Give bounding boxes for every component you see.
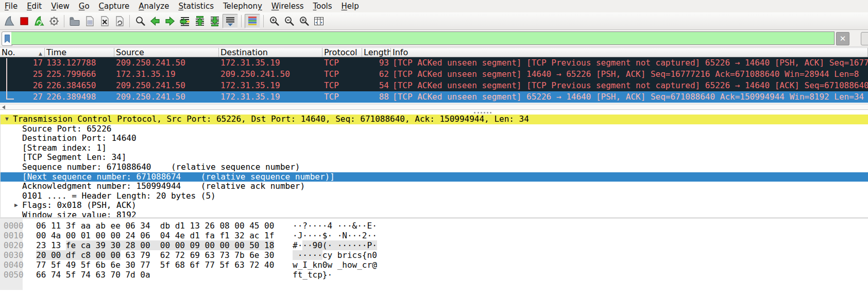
hex-row-0010[interactable]: 001000 4a 00 01 00 00 24 06 04 4e d1 fa … xyxy=(0,231,868,240)
wireshark-window: FileEditViewGoCaptureAnalyzeStatisticsTe… xyxy=(0,0,868,292)
stop-capture-button[interactable] xyxy=(17,14,31,28)
menu-file[interactable]: File xyxy=(0,0,22,12)
next-packet-button[interactable] xyxy=(163,14,177,28)
menu-bar: FileEditViewGoCaptureAnalyzeStatisticsTe… xyxy=(0,0,868,12)
detail-row-10[interactable]: Window size value: 8192 xyxy=(1,210,868,217)
filter-bookmark-button[interactable] xyxy=(2,31,12,46)
restart-capture-button[interactable] xyxy=(32,14,46,28)
detail-row-2[interactable]: Destination Port: 14640 xyxy=(1,134,868,143)
wireshark-fin-button[interactable] xyxy=(2,14,16,28)
open-file-button[interactable] xyxy=(67,14,81,28)
close-file-button[interactable] xyxy=(97,14,111,28)
hex-ascii: #···90(· ······P· xyxy=(293,240,377,250)
hex-row-0040[interactable]: 004077 5f 49 5f 6b 6e 30 77 5f 68 6f 77 … xyxy=(0,260,868,270)
detail-row-9[interactable]: ▶Flags: 0x018 (PSH, ACK) xyxy=(1,201,868,210)
hex-ascii: w_I_kn0w _how_cr@ xyxy=(293,260,377,270)
expander-closed-icon[interactable]: ▶ xyxy=(14,201,18,210)
detail-text: Sequence number: 671088640 (relative seq… xyxy=(1,163,300,172)
cell-length: 62 xyxy=(362,69,391,80)
detail-row-3[interactable]: [Stream index: 1] xyxy=(1,143,868,153)
expander-open-icon[interactable]: ▼ xyxy=(5,115,9,124)
detail-row-4[interactable]: [TCP Segment Len: 34] xyxy=(1,153,868,163)
restart-capture-icon xyxy=(33,15,45,27)
menu-telephony[interactable]: Telephony xyxy=(218,0,267,12)
previous-packet-button[interactable] xyxy=(148,14,162,28)
close-file-icon xyxy=(98,15,111,27)
detail-text: Transmission Control Protocol, Src Port:… xyxy=(1,115,529,124)
capture-options-button[interactable] xyxy=(47,14,61,28)
column-header-source[interactable]: Source xyxy=(114,48,219,57)
pane-splitter[interactable] xyxy=(0,110,868,115)
detail-row-8[interactable]: 0101 .... = Header Length: 20 bytes (5) xyxy=(1,191,868,201)
column-label: Length xyxy=(364,48,391,57)
find-packet-button[interactable] xyxy=(133,14,147,28)
zoom-in-button[interactable] xyxy=(267,14,281,28)
hex-row-0020[interactable]: 002023 13 fe ca 39 30 28 00 00 00 09 00 … xyxy=(0,240,868,250)
column-header-no[interactable]: No.▲ xyxy=(0,48,45,57)
cell-time: 226.384650 xyxy=(45,80,114,91)
hex-row-0050[interactable]: 005066 74 5f 74 63 70 7d 0aft_tcp}· xyxy=(0,270,868,280)
colorize-button[interactable] xyxy=(245,14,260,28)
menu-help[interactable]: Help xyxy=(337,0,364,12)
zoom-original-icon xyxy=(298,15,310,27)
goto-packet-icon xyxy=(179,15,191,27)
packet-list-horizontal-scrollbar[interactable] xyxy=(0,104,868,110)
menu-go[interactable]: Go xyxy=(74,0,94,12)
resize-columns-button[interactable] xyxy=(312,14,326,28)
packet-row-26[interactable]: 26226.384650209.250.241.50172.31.35.19TC… xyxy=(0,80,868,91)
hex-row-0000[interactable]: 000006 11 3f aa ab ee 06 34 db d1 13 26 … xyxy=(0,218,868,231)
hex-row-0030[interactable]: 003020 00 df c8 00 00 63 79 62 72 69 63 … xyxy=(0,250,868,260)
last-packet-icon xyxy=(209,15,221,27)
detail-row-0[interactable]: ▼Transmission Control Protocol, Src Port… xyxy=(1,115,868,124)
display-filter-input[interactable]: ip.addr == 209.250.241.50 xyxy=(11,31,835,45)
filter-apply-button[interactable] xyxy=(861,32,868,45)
last-packet-button[interactable] xyxy=(208,14,222,28)
cell-protocol: TCP xyxy=(322,57,362,69)
detail-row-7[interactable]: Acknowledgment number: 150994944 (relati… xyxy=(1,182,868,191)
reload-file-icon xyxy=(113,15,126,27)
cell-no: 25 xyxy=(0,69,45,80)
zoom-out-icon xyxy=(283,15,295,27)
cell-source: 209.250.241.50 xyxy=(114,80,219,91)
detail-text: [TCP Segment Len: 34] xyxy=(1,153,126,163)
detail-row-1[interactable]: Source Port: 65226 xyxy=(1,124,868,134)
wireshark-fin-icon xyxy=(3,15,15,27)
cell-info: [TCP ACKed unseen segment] [TCP Previous… xyxy=(391,57,868,69)
column-header-destination[interactable]: Destination xyxy=(219,48,322,57)
menu-edit[interactable]: Edit xyxy=(22,0,46,12)
column-header-info[interactable]: Info xyxy=(391,48,868,57)
menu-statistics[interactable]: Statistics xyxy=(174,0,218,12)
next-packet-icon xyxy=(164,15,176,27)
cell-destination: 172.31.35.19 xyxy=(219,91,322,103)
menu-analyze[interactable]: Analyze xyxy=(134,0,174,12)
reload-file-button[interactable] xyxy=(112,14,126,28)
detail-text: 0101 .... = Header Length: 20 bytes (5) xyxy=(1,191,216,201)
cell-time: 225.799666 xyxy=(45,69,114,80)
column-header-length[interactable]: Length xyxy=(362,48,391,57)
packet-row-25[interactable]: 25225.799666172.31.35.19209.250.241.50TC… xyxy=(0,69,868,80)
menu-capture[interactable]: Capture xyxy=(94,0,134,12)
autoscroll-button[interactable] xyxy=(223,14,238,28)
toolbar-separator xyxy=(263,15,264,27)
scrollbar-left-arrow-icon[interactable] xyxy=(2,105,5,109)
menu-wireless[interactable]: Wireless xyxy=(267,0,309,12)
save-file-button[interactable] xyxy=(82,14,96,28)
packet-row-17[interactable]: 17133.127788209.250.241.50172.31.35.19TC… xyxy=(0,57,868,69)
column-header-protocol[interactable]: Protocol xyxy=(322,48,362,57)
menu-tools[interactable]: Tools xyxy=(309,0,337,12)
zoom-original-button[interactable] xyxy=(297,14,311,28)
menu-view[interactable]: View xyxy=(46,0,74,12)
zoom-out-button[interactable] xyxy=(282,14,296,28)
filter-clear-button[interactable]: ✕ xyxy=(836,32,849,45)
goto-packet-button[interactable] xyxy=(178,14,192,28)
detail-text: Window size value: 8192 xyxy=(1,210,137,217)
detail-row-6[interactable]: [Next sequence number: 671088674 (relati… xyxy=(1,172,868,182)
first-packet-icon xyxy=(194,15,206,27)
packet-row-27[interactable]: 27226.389498209.250.241.50172.31.35.19TC… xyxy=(0,91,868,103)
first-packet-button[interactable] xyxy=(193,14,207,28)
column-header-time[interactable]: Time xyxy=(45,48,114,57)
detail-row-5[interactable]: Sequence number: 671088640 (relative seq… xyxy=(1,163,868,172)
packet-bytes-pane: 000006 11 3f aa ab ee 06 34 db d1 13 26 … xyxy=(0,218,868,292)
cell-info: [TCP ACKed unseen segment] [TCP Previous… xyxy=(391,80,868,91)
colorize-icon xyxy=(246,15,259,27)
